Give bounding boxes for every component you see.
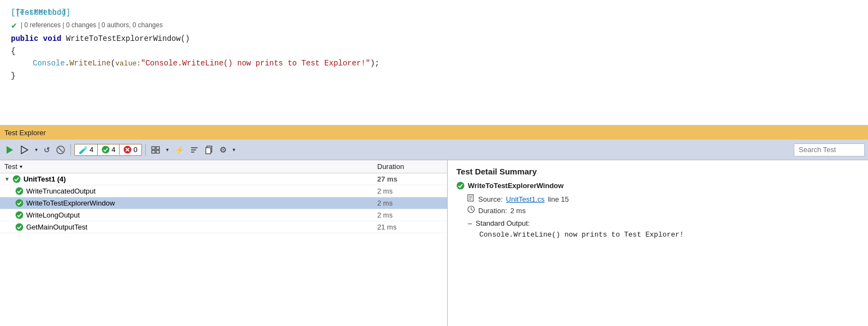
run-button[interactable]	[18, 144, 31, 155]
close-brace: }	[11, 70, 15, 82]
test-name-text: UnitTest1 (4)	[23, 175, 66, 183]
settings-button[interactable]: ⚙	[217, 144, 229, 156]
code-meta-line: ✔ | 0 references | 0 changes | 0 authors…	[11, 20, 857, 32]
svg-point-4	[102, 146, 110, 154]
detail-pass-icon	[456, 182, 465, 190]
svg-line-29	[471, 209, 473, 210]
code-line-close-brace: }	[11, 70, 857, 82]
fail-count: 0	[133, 146, 137, 154]
flask-icon: 🧪	[79, 146, 88, 154]
method-name: WriteToTestExplorerWindow()	[66, 33, 190, 45]
test-row[interactable]: WriteToTestExplorerWindow 2 ms	[0, 197, 447, 209]
run-icon	[20, 146, 29, 154]
svg-point-18	[16, 188, 23, 195]
copy-icon	[205, 146, 213, 154]
copy-button[interactable]	[203, 144, 216, 155]
test-row-name: WriteToTestExplorerWindow	[15, 199, 377, 207]
test-duration: 2 ms	[377, 211, 443, 219]
standard-output-row: − Standard Output:	[467, 219, 859, 228]
test-duration: 27 ms	[377, 175, 443, 183]
settings-icon: ⚙	[219, 145, 227, 155]
svg-marker-1	[21, 146, 28, 154]
test-row[interactable]: GetMainOutputTest 21 ms	[0, 221, 447, 233]
separator-1	[70, 144, 71, 156]
test-explorer-panel: Test Explorer ▾ ↺ 🧪	[0, 125, 868, 326]
source-file-link[interactable]: UnitTest1.cs	[506, 195, 545, 203]
run-failed-button[interactable]: ⚡	[173, 144, 186, 155]
code-line-attr: [TestMethod]	[11, 7, 857, 19]
run-dropdown-button[interactable]: ▾	[33, 146, 40, 154]
svg-point-22	[457, 182, 465, 190]
lightning-icon: ⚡	[175, 146, 184, 154]
meta-check-icon: ✔	[11, 20, 17, 32]
test-list-panel: Test ▾ Duration ▼ UnitTest1	[0, 160, 448, 326]
cancel-button[interactable]	[54, 144, 67, 155]
attr-text: [TestMethod]	[11, 7, 66, 19]
refresh-icon: ↺	[44, 146, 50, 154]
output-label: Standard Output:	[475, 219, 530, 227]
separator-2	[145, 144, 146, 156]
test-row[interactable]: ▼ UnitTest1 (4) 27 ms	[0, 173, 447, 185]
test-explorer-toolbar: ▾ ↺ 🧪 4 4	[0, 140, 868, 160]
svg-point-19	[16, 200, 23, 207]
test-row[interactable]: WriteLongOutput 2 ms	[0, 209, 447, 221]
sort-icon	[190, 146, 199, 154]
test-name-text: WriteLongOutput	[26, 211, 80, 219]
settings-dropdown-button[interactable]: ▾	[230, 146, 237, 154]
detail-test-name-text: WriteToTestExplorerWindow	[468, 182, 563, 190]
fail-icon	[123, 146, 132, 154]
svg-rect-9	[156, 147, 159, 149]
svg-marker-0	[7, 146, 13, 154]
flask-count: 4	[90, 146, 93, 154]
test-duration: 2 ms	[377, 199, 443, 207]
svg-rect-10	[152, 150, 155, 153]
col-test-label: Test	[4, 162, 17, 171]
sort-arrow-icon: ▾	[20, 164, 22, 170]
dot: .	[65, 57, 69, 69]
test-explorer-titlebar: Test Explorer	[0, 125, 868, 140]
test-row-name: WriteLongOutput	[15, 211, 377, 219]
svg-point-17	[13, 176, 20, 183]
pass-icon	[102, 146, 110, 154]
test-row-name: ▼ UnitTest1 (4)	[4, 175, 377, 183]
test-rows: ▼ UnitTest1 (4) 27 ms	[0, 173, 447, 326]
sort-button[interactable]	[188, 144, 201, 155]
test-row[interactable]: WriteTruncatedOutput 2 ms	[0, 185, 447, 197]
group-icon	[151, 146, 160, 154]
col-duration-label: Duration	[377, 162, 404, 171]
settings-dropdown-arrow: ▾	[233, 147, 235, 153]
source-line: line 15	[548, 195, 569, 203]
svg-rect-8	[152, 147, 155, 149]
test-name-text: WriteTruncatedOutput	[26, 187, 96, 195]
group-by-button[interactable]	[149, 144, 162, 155]
pass-icon	[15, 199, 23, 207]
test-duration: 2 ms	[377, 187, 443, 195]
run-all-button[interactable]	[3, 144, 16, 155]
svg-line-3	[58, 148, 63, 152]
col-test-header[interactable]: Test ▾	[4, 162, 377, 171]
open-brace: {	[11, 45, 15, 57]
fail-badge[interactable]: 0	[120, 144, 141, 155]
svg-rect-16	[206, 148, 211, 154]
source-label: Source:	[478, 195, 503, 203]
code-line-console: Console.WriteLine(value: "Console.WriteL…	[11, 57, 857, 70]
meta-text: | 0 references | 0 changes | 0 authors, …	[21, 20, 163, 31]
flask-badge[interactable]: 🧪 4	[75, 144, 98, 155]
badge-group: 🧪 4 4 0	[74, 144, 142, 156]
group-dropdown-button[interactable]: ▾	[164, 146, 171, 154]
col-duration-header: Duration	[377, 162, 443, 171]
svg-point-20	[16, 212, 23, 219]
pass-icon	[15, 187, 23, 195]
param-label: value:	[115, 58, 141, 70]
keyword-void: void	[43, 33, 62, 45]
pass-badge[interactable]: 4	[98, 144, 120, 155]
detail-duration-row: Duration: 2 ms	[467, 206, 859, 215]
collapse-output-icon[interactable]: −	[467, 220, 472, 228]
search-input[interactable]	[794, 143, 865, 156]
source-doc-icon	[467, 194, 475, 202]
run-dropdown-arrow: ▾	[35, 147, 38, 153]
refresh-button[interactable]: ↺	[41, 144, 52, 155]
code-line-open-brace: {	[11, 45, 857, 57]
pass-count: 4	[111, 146, 115, 154]
run-all-icon	[5, 146, 14, 154]
